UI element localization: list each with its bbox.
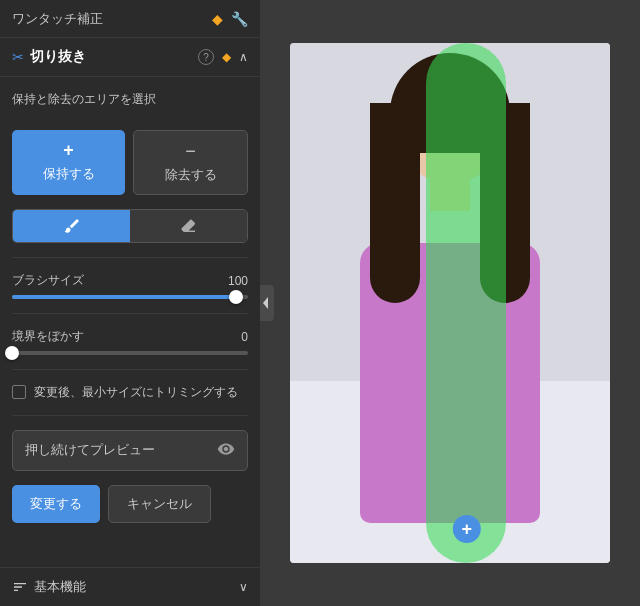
diamond-icon: ◆ (212, 11, 223, 27)
brush-size-value: 100 (228, 274, 248, 288)
sliders-icon (12, 579, 28, 595)
divider-4 (12, 415, 248, 416)
section-title: 切り抜き (30, 48, 192, 66)
brush-size-track[interactable] (12, 295, 248, 299)
collapse-arrow-icon (263, 297, 271, 309)
area-select-label: 保持と除去のエリアを選択 (12, 91, 248, 108)
blur-label: 境界をぼかす (12, 328, 84, 345)
remove-button-icon: − (185, 141, 196, 162)
brush-size-thumb[interactable] (229, 290, 243, 304)
panel-content: 保持と除去のエリアを選択 + 保持する − 除去する (0, 77, 260, 567)
eye-icon (217, 440, 235, 461)
left-panel: ワンタッチ補正 ◆ 🔧 ✂ 切り抜き ? ◆ ∧ 保持と除去のエリアを選択 + … (0, 0, 260, 606)
paint-brush-icon (63, 217, 81, 235)
top-bar-title: ワンタッチ補正 (12, 10, 103, 28)
trim-checkbox[interactable] (12, 385, 26, 399)
keep-button-icon: + (63, 140, 74, 161)
collapse-handle[interactable] (260, 285, 274, 321)
cancel-button[interactable]: キャンセル (108, 485, 211, 523)
wrench-icon[interactable]: 🔧 (231, 11, 248, 27)
bottom-bar-chevron-icon[interactable]: ∨ (239, 580, 248, 594)
brush-size-slider-row: ブラシサイズ 100 (12, 272, 248, 299)
brush-size-fill (12, 295, 236, 299)
preview-button-label: 押し続けてプレビュー (25, 441, 155, 459)
bottom-bar: 基本機能 ∨ (0, 567, 260, 606)
top-bar-icons: ◆ 🔧 (212, 11, 248, 27)
divider-2 (12, 313, 248, 314)
trim-checkbox-label: 変更後、最小サイズにトリミングする (34, 384, 238, 401)
bottom-bar-text: 基本機能 (34, 578, 86, 596)
plus-icon: + (462, 519, 473, 540)
divider-1 (12, 257, 248, 258)
section-header-icons: ? ◆ ∧ (198, 49, 248, 65)
blur-track[interactable] (12, 351, 248, 355)
brush-size-label-row: ブラシサイズ 100 (12, 272, 248, 289)
keep-button[interactable]: + 保持する (12, 130, 125, 195)
remove-button[interactable]: − 除去する (133, 130, 248, 195)
eraser-icon (180, 217, 198, 235)
section-header: ✂ 切り抜き ? ◆ ∧ (0, 38, 260, 77)
action-row: 変更する キャンセル (12, 485, 248, 523)
help-icon[interactable]: ? (198, 49, 214, 65)
brush-mode-paint-button[interactable] (13, 210, 130, 242)
image-container: + (290, 43, 610, 563)
divider-3 (12, 369, 248, 370)
section-diamond-icon: ◆ (222, 50, 231, 64)
apply-button[interactable]: 変更する (12, 485, 100, 523)
canvas-area: + (260, 0, 640, 606)
preview-button[interactable]: 押し続けてプレビュー (12, 430, 248, 471)
brush-mode-erase-button[interactable] (130, 210, 247, 242)
blur-slider-row: 境界をぼかす 0 (12, 328, 248, 355)
canvas-plus-button[interactable]: + (453, 515, 481, 543)
section-chevron-icon[interactable]: ∧ (239, 50, 248, 64)
blur-label-row: 境界をぼかす 0 (12, 328, 248, 345)
top-bar: ワンタッチ補正 ◆ 🔧 (0, 0, 260, 38)
brush-mode-row (12, 209, 248, 243)
blur-thumb[interactable] (5, 346, 19, 360)
blur-value: 0 (241, 330, 248, 344)
remove-button-label: 除去する (165, 166, 217, 184)
keep-button-label: 保持する (43, 165, 95, 183)
person-background (290, 43, 610, 563)
bottom-bar-label: 基本機能 (12, 578, 86, 596)
keep-remove-row: + 保持する − 除去する (12, 130, 248, 195)
checkbox-row: 変更後、最小サイズにトリミングする (12, 384, 248, 401)
brush-size-label: ブラシサイズ (12, 272, 84, 289)
scissors-icon: ✂ (12, 49, 24, 65)
green-brush-overlay (426, 43, 506, 563)
